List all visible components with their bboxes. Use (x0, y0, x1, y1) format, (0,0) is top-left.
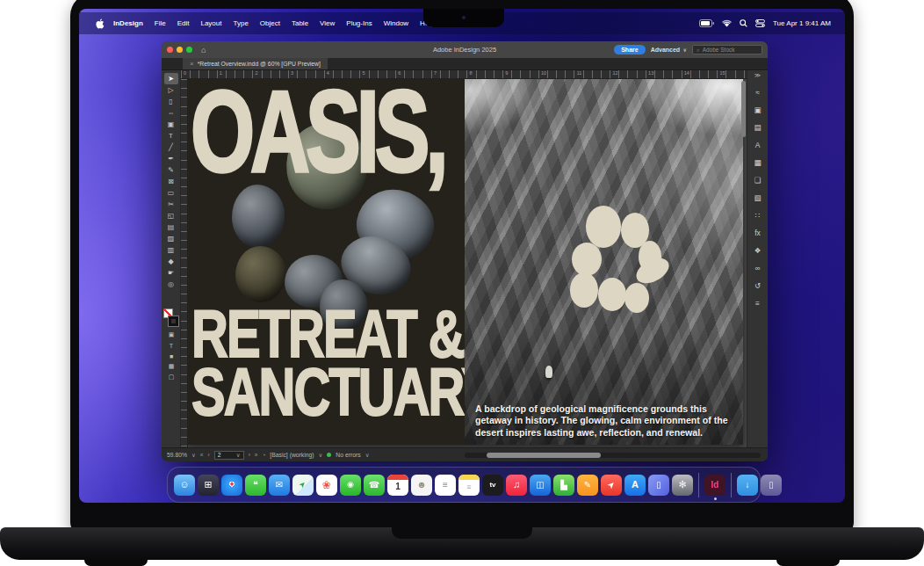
reminders[interactable]: ≡ (435, 475, 456, 496)
screen-mode-button[interactable]: ▢ (164, 372, 178, 382)
preset-dropdown-icon[interactable]: ∨ (319, 452, 323, 459)
mail[interactable]: ✉ (269, 475, 290, 496)
expand-panels-icon[interactable]: ≫ (754, 72, 761, 81)
separator[interactable] (731, 473, 732, 497)
note-tool[interactable]: ▥ (164, 244, 178, 256)
contacts[interactable]: ☻ (411, 475, 432, 496)
frame-tool[interactable]: ⊠ (164, 176, 178, 187)
errors-dropdown-icon[interactable]: ∨ (365, 452, 370, 459)
direct-selection-tool[interactable]: ▷ (164, 84, 178, 96)
document-tab[interactable]: × *Retreat Overview.indd @ 60% [GPU Prev… (183, 58, 328, 69)
panel-menu[interactable]: ≡ (750, 296, 766, 309)
free-transform-tool[interactable]: ◱ (164, 210, 178, 221)
links-panel[interactable]: ▦ (750, 156, 766, 169)
trash[interactable]: ▯ (761, 475, 782, 496)
properties-panel[interactable]: ≈ (750, 85, 766, 98)
first-page-icon[interactable]: « (200, 452, 204, 458)
preflight-preset[interactable]: [Basic] (working) (270, 452, 314, 458)
preflight-icon[interactable]: ◔ (262, 452, 265, 458)
calendar[interactable]: 1 (387, 475, 408, 496)
safari[interactable]: ✦ (221, 475, 242, 496)
menu-bar-clock[interactable]: Tue Apr 1 9:41 AM (773, 19, 831, 27)
document-canvas[interactable]: OASIS, RETREAT & SANCTUARY A backdrop of… (188, 79, 747, 447)
phone[interactable]: ☎ (364, 475, 385, 496)
menu-item[interactable]: Type (234, 19, 249, 27)
facetime[interactable]: ◉ (340, 475, 361, 496)
apple-menu-icon[interactable] (95, 18, 105, 28)
cc-libraries-panel[interactable]: ▣ (750, 103, 766, 116)
menu-item[interactable]: Table (292, 19, 308, 27)
settings[interactable]: ✻ (672, 475, 693, 496)
menu-item[interactable]: InDesign (113, 19, 143, 27)
finder[interactable]: ☺ (174, 475, 195, 496)
error-status-text[interactable]: No errors (336, 452, 360, 458)
control-center-icon[interactable] (755, 19, 765, 27)
photos[interactable]: ❀ (316, 475, 337, 496)
numbers[interactable]: ▙ (553, 475, 574, 496)
menu-item[interactable]: Plug-Ins (346, 19, 372, 27)
page-tool[interactable]: ▯ (164, 96, 178, 107)
menu-item[interactable]: Window (384, 19, 408, 27)
iphone-mirroring[interactable]: ▯ (648, 475, 669, 496)
pages-panel[interactable]: ▤ (750, 120, 766, 134)
formatting-affects-text[interactable]: T (164, 340, 178, 351)
home-icon[interactable]: ⌂ (201, 46, 206, 54)
menu-item[interactable]: File (155, 19, 166, 27)
scissors-tool[interactable]: ✂ (164, 199, 178, 210)
zoom-dropdown-icon[interactable]: ∨ (191, 452, 196, 459)
pencil-tool[interactable]: ✎ (164, 164, 178, 176)
link-chain-icon[interactable]: ∞ (750, 261, 766, 274)
launchpad[interactable]: ⊞ (198, 475, 219, 496)
tv[interactable]: tv (482, 475, 503, 496)
maps[interactable]: ➤ (292, 475, 314, 496)
last-page-icon[interactable]: » (255, 452, 258, 458)
gradient-feather-tool[interactable]: ▨ (164, 233, 178, 244)
assets-panel[interactable]: ▧ (750, 191, 766, 204)
horizontal-scrollbar[interactable] (465, 453, 761, 458)
share-button[interactable]: Share (614, 45, 645, 54)
indesign[interactable]: Id (704, 475, 725, 496)
zoom-tool[interactable]: ◎ (164, 279, 178, 290)
pen-tool[interactable]: ✒ (164, 153, 178, 164)
layers-panel[interactable]: ❏ (750, 173, 766, 186)
pages[interactable]: ✎ (577, 475, 598, 496)
wifi-icon[interactable] (722, 19, 732, 27)
appstore[interactable]: A (624, 475, 646, 496)
messages[interactable]: ❝ (245, 475, 266, 496)
notes[interactable]: ≡ (458, 475, 480, 496)
align-panel[interactable]: ∷ (750, 208, 766, 221)
search-icon[interactable] (740, 19, 747, 27)
menu-item[interactable]: Layout (200, 19, 221, 27)
character-styles-panel[interactable]: A (750, 138, 766, 151)
view-options-button[interactable]: ▦ (164, 361, 178, 372)
downloads[interactable]: ↓ (737, 475, 758, 496)
close-window-button[interactable] (167, 47, 173, 53)
previous-page-icon[interactable]: ‹ (207, 452, 209, 458)
selection-tool[interactable]: ➤ (164, 73, 178, 84)
content-collector-tool[interactable]: ▣ (164, 119, 178, 130)
fill-stroke-swatches[interactable] (163, 308, 179, 330)
music[interactable]: ♫ (506, 475, 527, 496)
next-page-icon[interactable]: › (249, 452, 250, 458)
adobe-stock-search-input[interactable]: ⌕Adobe Stock (692, 45, 762, 54)
menu-item[interactable]: Object (260, 19, 280, 27)
gradient-swatch-tool[interactable]: ▤ (164, 221, 178, 233)
games[interactable]: ➤ (601, 475, 622, 496)
line-tool[interactable]: ╱ (164, 142, 178, 153)
workspace-switcher[interactable]: Advanced∨ (651, 47, 687, 53)
zoom-window-button[interactable] (186, 47, 192, 53)
horizontal-scrollbar-thumb[interactable] (487, 453, 601, 458)
separator[interactable] (698, 473, 699, 497)
gap-tool[interactable]: ⇔ (164, 107, 178, 119)
zoom-level-value[interactable]: 59.80% (167, 452, 187, 458)
apply-color-button[interactable]: ■ (164, 351, 178, 361)
vertical-scrollbar[interactable] (741, 81, 746, 137)
hand-tool[interactable]: ☛ (164, 267, 178, 279)
menu-item[interactable]: Edit (177, 19, 190, 27)
formatting-affects-container[interactable]: ▣ (164, 330, 178, 340)
rectangle-tool[interactable]: ▭ (164, 187, 178, 199)
history-panel[interactable]: ↺ (750, 279, 766, 292)
stroke-swatch[interactable] (169, 316, 178, 326)
effects-panel[interactable]: fx (750, 226, 766, 239)
page-number-field[interactable]: 2∨ (214, 451, 244, 460)
